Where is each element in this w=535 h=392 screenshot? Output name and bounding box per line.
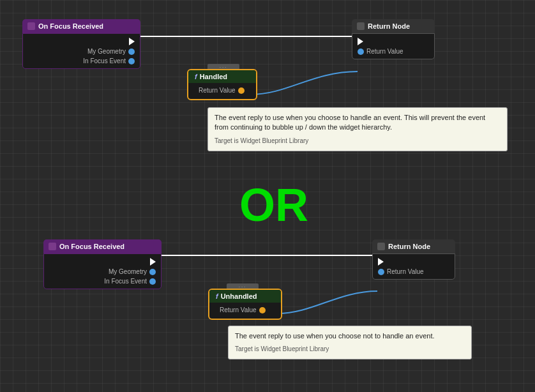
top-return-exec-arrow [358,38,363,45]
top-return-node[interactable]: Return Node Return Value [352,19,435,59]
top-event-infocusevent-row: In Focus Event [23,56,140,66]
top-event-node-title: On Focus Received [38,22,103,30]
top-event-mygeometry-pin[interactable] [128,49,135,55]
bottom-return-value-label: Return Value [387,268,424,275]
event-icon [27,22,35,30]
bottom-return-node-body: Return Value [372,253,455,280]
top-event-exec-out-row [23,36,140,47]
bottom-func-icon: f [216,292,218,300]
top-event-node-header: On Focus Received [22,19,140,33]
top-event-node-body: My Geometry In Focus Event [22,33,140,69]
bottom-func-title: Unhandled [221,292,257,300]
top-func-return-label: Return Value [199,87,236,94]
blueprint-canvas: On Focus Received My Geometry In Focus E… [0,0,535,392]
bottom-event-mygeometry-row: My Geometry [44,267,161,276]
top-tooltip-target: Target is Widget Blueprint Library [215,137,501,146]
top-return-value-row: Return Value [352,47,434,56]
top-event-mygeometry-row: My Geometry [23,47,140,56]
top-event-exec-arrow [129,38,135,45]
bottom-event-exec-out-row [44,257,161,267]
bottom-tooltip-target: Target is Widget Blueprint Library [235,345,465,354]
top-return-value-label: Return Value [366,48,403,55]
bottom-func-body: Return Value [209,303,281,319]
bottom-event-exec-arrow [150,258,156,266]
top-function-node[interactable]: f Handled Return Value [187,69,257,100]
top-tooltip-line1: The event reply to use when you choose t… [215,113,501,123]
bottom-return-node-title: Return Node [388,243,430,250]
bottom-event-mygeometry-pin[interactable] [149,269,156,275]
return-icon-top [357,22,365,30]
bottom-tooltip-line1: The event reply to use when you choose n… [235,331,465,341]
top-func-return-pin[interactable] [238,87,245,94]
bottom-func-return-label: Return Value [220,306,257,313]
bottom-event-node-body: My Geometry In Focus Event [43,253,162,289]
top-func-title: Handled [200,73,227,80]
top-data-connection [251,72,358,94]
bottom-return-value-row: Return Value [373,267,455,276]
bottom-return-exec-arrow [378,258,384,266]
top-event-infocusevent-pin[interactable] [128,58,135,64]
top-return-value-pin[interactable] [358,49,364,55]
top-func-header: f Handled [188,70,256,83]
top-return-node-body: Return Value [352,33,435,59]
top-return-node-title: Return Node [368,22,410,30]
top-event-infocusevent-label: In Focus Event [83,57,126,64]
bottom-event-infocusevent-label: In Focus Event [104,278,147,285]
bottom-func-header: f Unhandled [209,290,281,303]
top-func-return-row: Return Value [193,86,251,95]
top-func-icon: f [195,73,197,80]
bottom-event-infocusevent-pin[interactable] [149,278,156,285]
bottom-tooltip: The event reply to use when you choose n… [228,326,472,359]
bottom-event-infocusevent-row: In Focus Event [44,276,161,286]
bottom-return-exec-in-row [373,257,455,267]
bottom-event-icon [49,243,56,250]
top-return-node-header: Return Node [352,19,435,33]
top-tooltip: The event reply to use when you choose t… [207,107,508,151]
bottom-event-node-title: On Focus Received [59,243,124,250]
top-return-exec-in-row [352,36,434,47]
bottom-return-node[interactable]: Return Node Return Value [372,239,455,280]
bottom-event-node-header: On Focus Received [43,239,162,253]
bottom-return-value-pin[interactable] [378,269,384,275]
top-func-body: Return Value [188,83,256,99]
bottom-event-node[interactable]: On Focus Received My Geometry In Focus E… [43,239,162,289]
bottom-data-connection [277,291,377,313]
or-label: OR [239,179,308,231]
bottom-func-return-pin[interactable] [259,307,266,313]
bottom-func-return-row: Return Value [215,305,276,315]
return-icon-bottom [377,243,385,250]
bottom-return-node-header: Return Node [372,239,455,253]
bottom-function-node[interactable]: f Unhandled Return Value [208,289,282,320]
bottom-event-mygeometry-label: My Geometry [109,268,147,275]
top-event-mygeometry-label: My Geometry [87,48,126,55]
top-tooltip-line2: from continuing to bubble up / down the … [215,123,501,132]
top-event-node[interactable]: On Focus Received My Geometry In Focus E… [22,19,140,69]
